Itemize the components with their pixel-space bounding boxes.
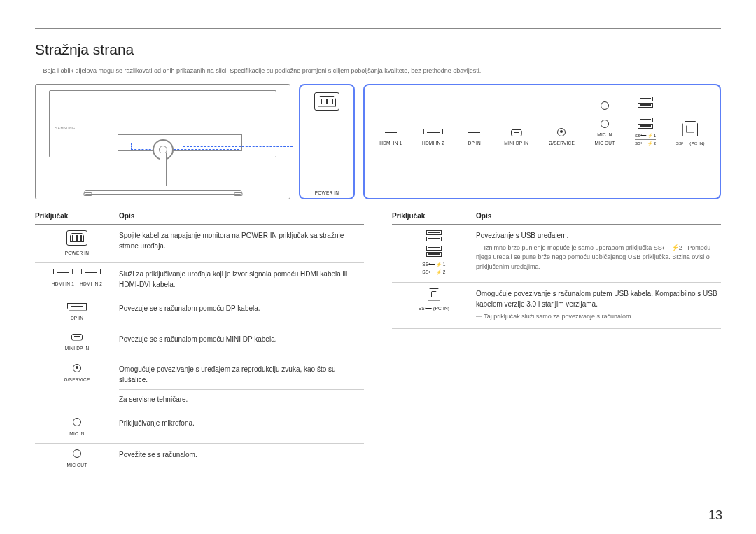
table-row: MINI DP IN Povezuje se s računalom pomoć… [35, 328, 364, 358]
port-desc: Priključivanje mikrofona. [119, 418, 364, 436]
stand-base [84, 190, 241, 195]
th-desc: Opis [119, 212, 134, 220]
dp-icon [67, 303, 87, 311]
usb-a-stack-icon [426, 230, 442, 241]
page-number: 13 [708, 508, 722, 523]
table-row: SS⟵ (PC IN) Omogućuje povezivanje s raču… [392, 283, 721, 330]
port-label: HDMI IN 1 [52, 281, 74, 286]
audio-jack-icon [73, 449, 81, 458]
port-cell: HDMI IN 1 [52, 269, 74, 290]
port-label: SS⟵⚡ 1 [422, 262, 445, 267]
port-desc: Omogućuje povezivanje s računalom putem … [476, 288, 721, 322]
port-usb-upstream: SS⟵ (PC IN) [676, 121, 705, 146]
port-cell: POWER IN [65, 230, 89, 255]
table-row: MIC OUT Povežite se s računalom. [35, 444, 364, 475]
mic-in-label: MIC IN [597, 132, 612, 137]
port-label: MIC OUT [67, 463, 88, 468]
port-cell: MINI DP IN [65, 334, 90, 351]
hdmi2-label: HDMI IN 2 [422, 141, 444, 146]
port-label: Ω/SERVICE [64, 377, 90, 382]
port-label: HDMI IN 2 [80, 281, 102, 286]
port-desc: Povežite se s računalom. [119, 449, 364, 468]
hdmi-icon [424, 129, 443, 136]
usb-b-icon [428, 288, 440, 301]
minidp-label: MINI DP IN [504, 141, 528, 146]
hdmi-icon [53, 269, 73, 276]
minidp-icon [71, 334, 83, 341]
connector-callout-line [183, 146, 293, 147]
port-hdmi1: HDMI IN 1 [379, 129, 402, 146]
port-cell: MIC IN [69, 418, 84, 436]
audio-jack-icon [557, 128, 566, 136]
port-cell: MIC OUT [67, 449, 88, 468]
section-title: Stražnja strana [35, 41, 721, 58]
mic-out-label: MIC OUT [595, 139, 615, 146]
port-desc: Povezuje se s računalom pomoću DP kabela… [119, 303, 364, 321]
port-desc: Služi za priključivanje uređaja koji je … [119, 269, 364, 290]
diagram-row: POWER IN HDMI IN 1 HDMI IN 2 DP IN MINI … [35, 84, 721, 199]
top-note: Boja i oblik dijelova mogu se razlikovat… [35, 66, 721, 76]
power-port-icon [66, 230, 88, 246]
port-label: SS⟵ (PC IN) [419, 306, 449, 311]
usb-a-stack-icon [638, 118, 653, 129]
table-row: DP IN Povezuje se s računalom pomoću DP … [35, 297, 364, 328]
ports-highlight-box: HDMI IN 1 HDMI IN 2 DP IN MINI DP IN /SE… [363, 84, 721, 199]
audio-jack-icon [73, 418, 81, 426]
audio-jack-icon [601, 120, 609, 128]
th-desc: Opis [476, 212, 491, 220]
port-dp: DP IN [465, 129, 484, 146]
table-row: SS⟵⚡ 1 SS⟵⚡ 2 Povezivanje s USB uređajem… [392, 225, 721, 283]
stand-neck [160, 153, 167, 186]
table-row: POWER IN Spojite kabel za napajanje moni… [35, 225, 364, 263]
dp-label: DP IN [468, 141, 481, 146]
table-header: Priključak Opis [35, 212, 364, 225]
usb-ss1-label: SS⟵⚡ 1 [635, 133, 656, 138]
table-row: Ω/SERVICE Omogućuje povezivanje s uređaj… [35, 358, 364, 412]
dp-icon [465, 129, 484, 136]
footnote: Taj priključak služi samo za povezivanje… [476, 312, 721, 322]
th-port: Priključak [392, 212, 476, 220]
usb-ss2-label: SS⟵⚡ 2 [635, 139, 656, 146]
port-desc: Povezuje se s računalom pomoću MINI DP k… [119, 334, 364, 351]
top-divider [35, 28, 721, 29]
table-header: Priključak Opis [392, 212, 721, 225]
usb-a-stack-icon [426, 246, 442, 257]
port-minidp: MINI DP IN [504, 129, 528, 146]
power-label: POWER IN [315, 190, 339, 195]
hdmi-icon [81, 269, 101, 276]
left-table: Priključak Opis POWER IN Spojite kabel z… [35, 212, 364, 475]
port-label: MIC IN [69, 431, 84, 436]
port-label: DP IN [71, 316, 83, 321]
port-desc: Spojite kabel za napajanje monitora na P… [119, 230, 364, 255]
table-row: HDMI IN 1HDMI IN 2 Služi za priključivan… [35, 263, 364, 297]
port-cell: DP IN [67, 303, 87, 321]
minidp-icon [511, 129, 522, 136]
table-row: MIC IN Priključivanje mikrofona. [35, 412, 364, 444]
monitor-back-diagram [35, 84, 290, 199]
hdmi-icon [381, 129, 400, 136]
usb-a-stack-icon [638, 97, 653, 108]
port-label: SS⟵⚡ 2 [422, 269, 445, 275]
port-cell: SS⟵ (PC IN) [419, 288, 449, 322]
audio-jack-icon [601, 101, 609, 110]
port-label: MINI DP IN [65, 346, 90, 351]
usb-b-icon [682, 121, 698, 136]
port-cell: HDMI IN 2 [80, 269, 102, 290]
th-port: Priključak [35, 212, 119, 220]
port-cell: SS⟵⚡ 1 SS⟵⚡ 2 [422, 230, 445, 275]
hdmi1-label: HDMI IN 1 [379, 141, 402, 146]
port-usb-downstream: SS⟵⚡ 1 SS⟵⚡ 2 [635, 97, 656, 146]
port-desc: Povezivanje s USB uređajem. Iznimno brzo… [476, 230, 721, 275]
power-port-icon [314, 92, 340, 111]
right-table: Priključak Opis SS⟵⚡ 1 SS⟵⚡ 2 Povezivanj… [392, 212, 721, 475]
service-label: /SERVICE [549, 141, 575, 146]
port-label: POWER IN [65, 251, 89, 255]
port-cell: Ω/SERVICE [64, 364, 90, 405]
footnote: Iznimno brzo punjenje moguće je samo upo… [476, 244, 721, 272]
port-tables: Priključak Opis POWER IN Spojite kabel z… [35, 212, 721, 475]
usb-pc-label: SS⟵ (PC IN) [676, 141, 705, 146]
port-hdmi2: HDMI IN 2 [422, 129, 444, 146]
port-mic-group: MIC IN MIC OUT [595, 101, 615, 146]
power-highlight-box: POWER IN [299, 84, 355, 199]
port-service: /SERVICE [549, 128, 575, 146]
